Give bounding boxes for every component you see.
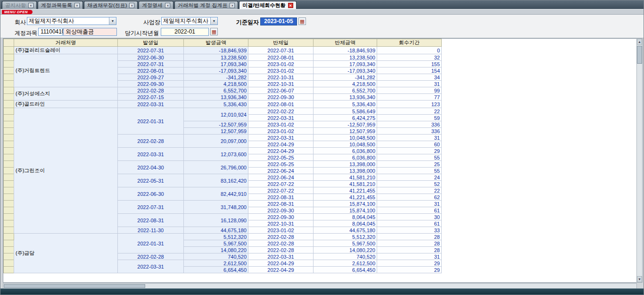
settle-amount-cell[interactable]: 8,064,045 [314, 214, 377, 220]
row-selector[interactable] [4, 181, 14, 187]
occur-date-cell[interactable]: 2022-07-31 [118, 47, 184, 54]
occur-date-cell[interactable]: 2022-08-01 [118, 67, 184, 74]
collect-period-cell[interactable]: 123 [377, 101, 442, 108]
settle-date-cell[interactable]: 2022-07-22 [248, 187, 314, 194]
settle-date-cell[interactable]: 2022-10-31 [248, 74, 314, 81]
row-selector[interactable] [4, 148, 14, 154]
base-date-input[interactable]: 2023-01-05 [260, 17, 297, 25]
settle-date-cell[interactable]: 2022-05-25 [248, 161, 314, 168]
row-selector[interactable] [4, 247, 14, 253]
occur-amount-cell[interactable]: -12,507,959 [184, 121, 248, 128]
tab-item[interactable]: 채권채무장(전표)× [84, 1, 138, 9]
occur-date-cell[interactable]: 2022-04-30 [118, 161, 184, 174]
occur-amount-cell[interactable]: 12,507,959 [184, 128, 248, 135]
horizontal-scroll-thumb[interactable] [4, 284, 145, 288]
settle-amount-cell[interactable]: 41,581,210 [314, 174, 377, 181]
occur-amount-cell[interactable]: -341,282 [184, 74, 248, 81]
occur-date-cell[interactable]: 2022-03-31 [118, 148, 184, 161]
occur-amount-cell[interactable]: 5,967,500 [184, 240, 248, 247]
settle-date-cell[interactable]: 2023-01-02 [248, 227, 314, 234]
collect-period-cell[interactable]: 61 [377, 220, 442, 227]
settle-amount-cell[interactable]: 5,336,430 [314, 101, 377, 108]
settle-amount-cell[interactable]: 13,936,340 [314, 94, 377, 101]
occur-date-cell[interactable]: 2022-07-31 [118, 61, 184, 67]
occur-date-cell[interactable]: 2022-07-15 [118, 94, 184, 101]
settle-date-cell[interactable]: 2022-08-01 [248, 54, 314, 61]
collect-period-cell[interactable]: 29 [377, 260, 442, 267]
collect-period-cell[interactable]: 29 [377, 267, 442, 273]
occur-amount-cell[interactable]: 740,520 [184, 253, 248, 260]
row-selector[interactable] [4, 194, 14, 201]
row-selector[interactable] [4, 61, 14, 67]
occur-amount-cell[interactable]: 5,336,430 [184, 101, 248, 108]
settle-date-cell[interactable]: 2022-03-31 [248, 115, 314, 121]
tab-close-icon[interactable]: × [74, 3, 80, 8]
settle-amount-cell[interactable]: 6,654,450 [314, 267, 377, 273]
settle-amount-cell[interactable]: -17,093,340 [314, 67, 377, 74]
settle-amount-cell[interactable]: 6,036,800 [314, 154, 377, 161]
settle-date-cell[interactable]: 2022-06-24 [248, 174, 314, 181]
occur-amount-cell[interactable]: -18,846,939 [184, 47, 248, 54]
settle-date-cell[interactable]: 2022-07-31 [248, 47, 314, 54]
row-selector[interactable] [4, 168, 14, 174]
period-start-input[interactable]: 2022-01 [161, 28, 209, 36]
row-selector[interactable] [4, 47, 14, 54]
chevron-down-icon[interactable]: ▼ [210, 17, 217, 25]
customer-cell[interactable]: (주)그린조이 [14, 108, 118, 234]
settle-amount-cell[interactable]: 8,064,045 [314, 220, 377, 227]
collect-period-cell[interactable]: 33 [377, 227, 442, 234]
occur-date-cell[interactable]: 2022-06-30 [118, 187, 184, 201]
occur-amount-cell[interactable]: 2,612,500 [184, 260, 248, 267]
settle-date-cell[interactable]: 2022-03-31 [248, 135, 314, 141]
settle-amount-cell[interactable]: 5,586,649 [314, 108, 377, 115]
settle-amount-cell[interactable]: 44,675,180 [314, 227, 377, 234]
settle-date-cell[interactable]: 2022-09-30 [248, 207, 314, 214]
settle-amount-cell[interactable]: 5,967,500 [314, 240, 377, 247]
collect-period-cell[interactable]: 155 [377, 61, 442, 67]
collect-period-cell[interactable]: 31 [377, 253, 442, 260]
settle-date-cell[interactable]: 2022-02-28 [248, 240, 314, 247]
occur-amount-cell[interactable]: 14,080,220 [184, 247, 248, 253]
settle-date-cell[interactable]: 2022-07-22 [248, 181, 314, 187]
occur-amount-cell[interactable]: 26,796,000 [184, 161, 248, 174]
settle-date-cell[interactable]: 2023-01-02 [248, 121, 314, 128]
collect-period-cell[interactable]: 22 [377, 108, 442, 115]
settle-date-cell[interactable]: 2022-08-31 [248, 201, 314, 207]
chevron-down-icon[interactable]: ▼ [109, 17, 116, 25]
occur-amount-cell[interactable]: 44,675,180 [184, 227, 248, 234]
scroll-up-icon[interactable]: ▲ [637, 39, 642, 45]
occur-amount-cell[interactable]: 13,238,500 [184, 54, 248, 61]
collect-period-cell[interactable]: 29 [377, 148, 442, 154]
collect-period-cell[interactable]: 52 [377, 181, 442, 187]
settle-amount-cell[interactable]: 13,398,000 [314, 168, 377, 174]
collect-period-cell[interactable]: 22 [377, 187, 442, 194]
row-selector[interactable] [4, 101, 14, 108]
settle-amount-cell[interactable]: 17,093,340 [314, 61, 377, 67]
occur-date-cell[interactable]: 2022-02-28 [118, 253, 184, 260]
settle-amount-cell[interactable]: 4,218,500 [314, 81, 377, 87]
tab-close-icon[interactable]: × [230, 3, 235, 8]
column-header[interactable]: 발생일 [118, 39, 184, 47]
company-select[interactable]: 제일제지주식회사 ▼ [27, 17, 116, 25]
menu-open-button[interactable]: MENU OPEN [2, 10, 33, 14]
settle-date-cell[interactable]: 2022-04-29 [248, 141, 314, 148]
column-header[interactable]: 반제금액 [314, 39, 377, 47]
collect-period-cell[interactable]: 61 [377, 207, 442, 214]
settle-date-cell[interactable]: 2022-08-31 [248, 194, 314, 201]
collect-period-cell[interactable]: 32 [377, 54, 442, 61]
collect-period-cell[interactable]: 336 [377, 121, 442, 128]
row-selector[interactable] [4, 67, 14, 74]
collect-period-cell[interactable]: 59 [377, 115, 442, 121]
collect-period-cell[interactable]: 0 [377, 47, 442, 54]
tab-close-icon[interactable]: × [165, 3, 170, 8]
tab-item[interactable]: 계정명세× [139, 1, 173, 9]
occur-amount-cell[interactable]: 6,552,700 [184, 87, 248, 94]
tab-item[interactable]: 계정과목등록× [38, 1, 83, 9]
settle-amount-cell[interactable]: 10,048,500 [314, 135, 377, 141]
settle-amount-cell[interactable]: 12,507,959 [314, 128, 377, 135]
occur-amount-cell[interactable]: 20,097,000 [184, 135, 248, 148]
occur-date-cell[interactable]: 2022-09-30 [118, 81, 184, 87]
occur-date-cell[interactable]: 2022-03-31 [118, 101, 184, 108]
settle-amount-cell[interactable]: 15,874,100 [314, 201, 377, 207]
row-selector[interactable] [4, 260, 14, 267]
